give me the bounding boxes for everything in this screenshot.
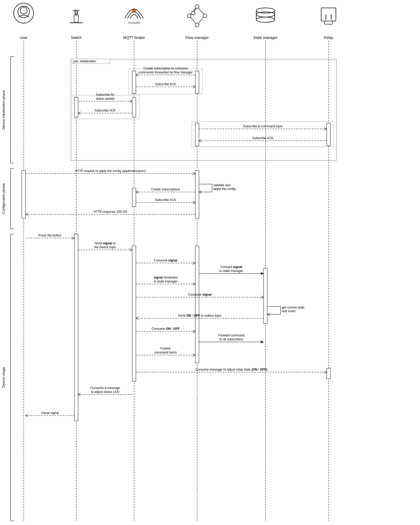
svg-line-19: [197, 16, 205, 25]
svg-text:par: initialization: par: initialization: [74, 59, 96, 63]
svg-text:HTTP response 200 OK: HTTP response 200 OK: [94, 210, 127, 214]
svg-rect-34: [321, 8, 336, 21]
svg-rect-58: [195, 71, 199, 93]
svg-rect-56: [192, 122, 334, 147]
svg-rect-12: [70, 22, 83, 23]
svg-line-21: [193, 7, 197, 13]
svg-text:and invert: and invert: [282, 309, 296, 313]
svg-text:Subscribe for: Subscribe for: [96, 93, 115, 97]
svg-text:the device topic: the device topic: [94, 245, 116, 249]
svg-text:Send signal to: Send signal to: [95, 241, 116, 245]
svg-text:Press the button: Press the button: [38, 234, 61, 237]
svg-point-7: [20, 7, 27, 14]
svg-text:Visual signal: Visual signal: [41, 411, 59, 415]
svg-rect-59: [74, 97, 78, 117]
svg-text:Subscribe ACK: Subscribe ACK: [155, 82, 176, 86]
svg-point-22: [195, 5, 199, 8]
svg-point-26: [191, 11, 195, 15]
svg-rect-52: [72, 59, 110, 64]
svg-text:Subscribe ACK: Subscribe ACK: [252, 136, 274, 140]
svg-rect-11: [75, 10, 77, 15]
svg-point-25: [195, 23, 199, 27]
svg-text:Publish: Publish: [160, 347, 171, 350]
svg-rect-69: [264, 268, 267, 324]
svg-rect-63: [22, 170, 25, 218]
svg-rect-66: [74, 234, 78, 421]
svg-rect-55: [71, 95, 139, 119]
svg-text:Subscribe ACK: Subscribe ACK: [155, 198, 176, 202]
svg-point-28: [256, 8, 275, 13]
svg-marker-118: [261, 341, 264, 343]
svg-rect-70: [327, 368, 330, 379]
svg-text:apply the config: apply the config: [213, 187, 235, 191]
svg-rect-10: [74, 14, 78, 22]
svg-text:Send ON / OFF to outbox  topic: Send ON / OFF to outbox topic: [178, 314, 222, 317]
svg-text:to all subscribers: to all subscribers: [219, 337, 243, 341]
svg-rect-61: [195, 123, 199, 146]
svg-line-17: [197, 7, 205, 16]
svg-rect-68: [195, 246, 199, 363]
svg-text:command batch: command batch: [154, 351, 177, 354]
svg-point-6: [18, 6, 29, 18]
svg-line-20: [189, 16, 197, 25]
svg-line-18: [189, 7, 197, 16]
svg-point-23: [203, 14, 207, 18]
svg-text:Consume a message: Consume a message: [90, 386, 120, 390]
svg-rect-51: [71, 59, 336, 160]
svg-point-14: [132, 8, 136, 13]
svg-text:Configuration phase: Configuration phase: [2, 183, 6, 214]
svg-text:Create subscription to consume: Create subscription to consume: [144, 67, 188, 70]
svg-rect-54: [129, 69, 202, 94]
svg-text:to adjust status LED: to adjust status LED: [91, 390, 119, 394]
svg-text:status update: status update: [96, 97, 115, 100]
svg-text:Forward command: Forward command: [218, 334, 244, 337]
svg-rect-35: [325, 21, 332, 24]
svg-marker-103: [261, 272, 264, 275]
svg-text:mosquitto: mosquitto: [128, 21, 140, 24]
svg-text:to state manager: to state manager: [219, 269, 243, 273]
svg-point-24: [187, 14, 191, 18]
svg-text:Relay: Relay: [324, 36, 333, 40]
svg-point-8: [14, 3, 34, 23]
svg-rect-65: [132, 188, 136, 206]
svg-rect-64: [195, 170, 199, 218]
svg-text:MQTT broker: MQTT broker: [123, 36, 145, 40]
svg-text:Device usage: Device usage: [2, 367, 6, 388]
svg-text:Consume message to adjust rela: Consume message to adjust relay state (O…: [195, 368, 267, 371]
svg-text:Subscribe to command topic: Subscribe to command topic: [243, 124, 283, 128]
svg-text:Forward signal: Forward signal: [221, 265, 242, 269]
svg-rect-57: [132, 71, 136, 93]
svg-text:signal forwarded: signal forwarded: [153, 276, 177, 279]
svg-rect-60: [132, 97, 136, 117]
svg-text:validate and: validate and: [213, 183, 231, 187]
svg-text:to state manager: to state manager: [154, 280, 177, 283]
svg-text:Consume ON / OFF: Consume ON / OFF: [152, 327, 180, 331]
svg-rect-67: [132, 246, 136, 381]
svg-text:Consume signal: Consume signal: [188, 293, 211, 296]
svg-text:Switch: Switch: [71, 36, 81, 40]
svg-text:Create subscriptions: Create subscriptions: [151, 188, 180, 191]
svg-point-32: [256, 12, 275, 17]
svg-text:Flow manager: Flow manager: [186, 36, 209, 40]
svg-text:User: User: [20, 36, 28, 40]
sequence-diagram: UserSwitchmosquittoMQTT brokerFlow manag…: [0, 0, 420, 525]
svg-text:Device initialization phase: Device initialization phase: [2, 90, 6, 130]
svg-rect-62: [327, 123, 330, 146]
svg-point-31: [256, 17, 275, 22]
svg-text:commands forwarded by flow man: commands forwarded by flow manager: [139, 70, 193, 74]
svg-text:HTTP request to apply the conf: HTTP request to apply the config (applic…: [75, 169, 146, 173]
svg-text:Consume signal: Consume signal: [154, 259, 177, 262]
svg-text:get current state: get current state: [282, 306, 305, 309]
svg-text:Subscribe ACK: Subscribe ACK: [95, 109, 116, 112]
svg-text:State manager: State manager: [253, 36, 278, 40]
